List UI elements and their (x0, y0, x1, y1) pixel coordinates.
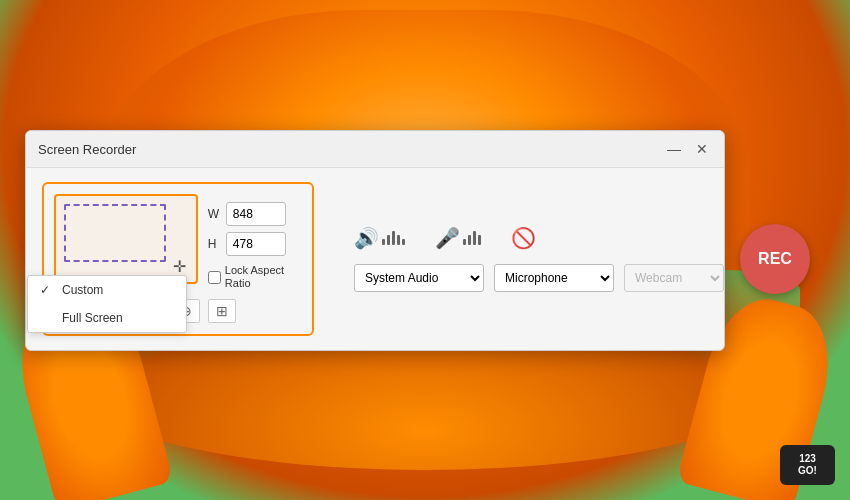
preset-dropdown-menu: ✓ Custom Full Screen (27, 275, 187, 333)
av-icons-row: 🔊 🎤 (354, 226, 724, 250)
mic-bars (463, 231, 481, 245)
area-preview[interactable]: ✛ (54, 194, 198, 284)
dropdown-item-custom[interactable]: ✓ Custom (28, 276, 186, 304)
system-audio-select[interactable]: System Audio (354, 264, 484, 292)
region-icon-button[interactable]: ⊞ (208, 299, 236, 323)
lock-aspect-checkbox[interactable] (208, 271, 221, 284)
microphone-icon: 🎤 (435, 226, 460, 250)
webcam-group: 🚫 (511, 226, 536, 250)
speaker-bars (382, 231, 405, 245)
speaker-icon: 🔊 (354, 226, 379, 250)
move-handle-icon[interactable]: ✛ (173, 257, 186, 276)
height-row: H (208, 232, 302, 256)
checkmark-icon: ✓ (40, 283, 54, 297)
dialog-titlebar: Screen Recorder — ✕ (26, 131, 724, 168)
titlebar-controls: — ✕ (664, 139, 712, 159)
height-label: H (208, 237, 220, 251)
dropdown-item-fullscreen[interactable]: Full Screen (28, 304, 186, 332)
close-button[interactable]: ✕ (692, 139, 712, 159)
logo: 123 GO! (780, 445, 835, 485)
width-label: W (208, 207, 220, 221)
width-input[interactable] (226, 202, 286, 226)
minimize-button[interactable]: — (664, 139, 684, 159)
width-row: W (208, 202, 302, 226)
lock-aspect-label: Lock Aspect Ratio (225, 264, 302, 290)
dropdown-fullscreen-label: Full Screen (62, 311, 123, 325)
dropdown-custom-label: Custom (62, 283, 103, 297)
webcam-select[interactable]: Webcam (624, 264, 724, 292)
webcam-icon: 🚫 (511, 226, 536, 250)
height-input[interactable] (226, 232, 286, 256)
logo-text: 123 GO! (798, 453, 817, 477)
mic-group: 🎤 (435, 226, 481, 250)
selection-rect (64, 204, 166, 262)
dialog-title: Screen Recorder (38, 142, 136, 157)
speaker-group: 🔊 (354, 226, 405, 250)
av-section: 🔊 🎤 (354, 226, 724, 292)
microphone-select[interactable]: Microphone (494, 264, 614, 292)
rec-button[interactable]: REC (740, 224, 810, 294)
av-selects-row: System Audio Microphone Webcam (354, 264, 724, 292)
